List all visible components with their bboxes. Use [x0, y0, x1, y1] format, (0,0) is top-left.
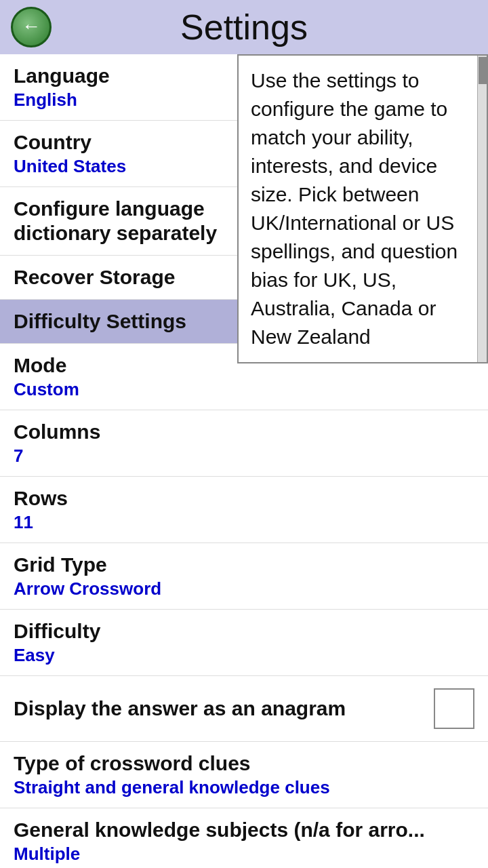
grid-type-value: Arrow Crossword: [14, 578, 474, 599]
columns-value: 7: [14, 446, 474, 467]
setting-clue-type[interactable]: Type of crossword clues Straight and gen…: [0, 742, 488, 808]
clue-type-label: Type of crossword clues: [14, 751, 474, 776]
anagram-label: Display the answer as an anagram: [14, 697, 434, 720]
clue-type-value: Straight and general knowledge clues: [14, 777, 474, 798]
grid-type-label: Grid Type: [14, 553, 474, 577]
header: ← Settings: [0, 0, 488, 54]
difficulty-value: Easy: [14, 645, 474, 666]
setting-difficulty[interactable]: Difficulty Easy: [0, 610, 488, 676]
tooltip-text: Use the settings to configure the game t…: [251, 69, 458, 348]
setting-grid-type[interactable]: Grid Type Arrow Crossword: [0, 543, 488, 610]
setting-general-knowledge[interactable]: General knowledge subjects (n/a for arro…: [0, 808, 488, 868]
settings-list: Language English Country United States C…: [0, 54, 488, 868]
general-knowledge-label: General knowledge subjects (n/a for arro…: [14, 818, 474, 842]
tooltip-scrollbar[interactable]: [477, 56, 487, 362]
tooltip-scrollbar-thumb: [479, 57, 487, 84]
back-button[interactable]: ←: [11, 7, 52, 47]
general-knowledge-value: Multiple: [14, 844, 474, 865]
tooltip-popup: Use the settings to configure the game t…: [237, 54, 488, 363]
page-title: Settings: [0, 7, 488, 47]
setting-rows[interactable]: Rows 11: [0, 477, 488, 543]
difficulty-label: Difficulty: [14, 619, 474, 644]
setting-anagram[interactable]: Display the answer as an anagram: [0, 676, 488, 742]
rows-label: Rows: [14, 486, 474, 511]
mode-value: Custom: [14, 379, 474, 400]
back-arrow-icon: ←: [22, 16, 41, 37]
columns-label: Columns: [14, 420, 474, 444]
rows-value: 11: [14, 512, 474, 533]
setting-columns[interactable]: Columns 7: [0, 410, 488, 477]
anagram-checkbox[interactable]: [434, 688, 474, 729]
